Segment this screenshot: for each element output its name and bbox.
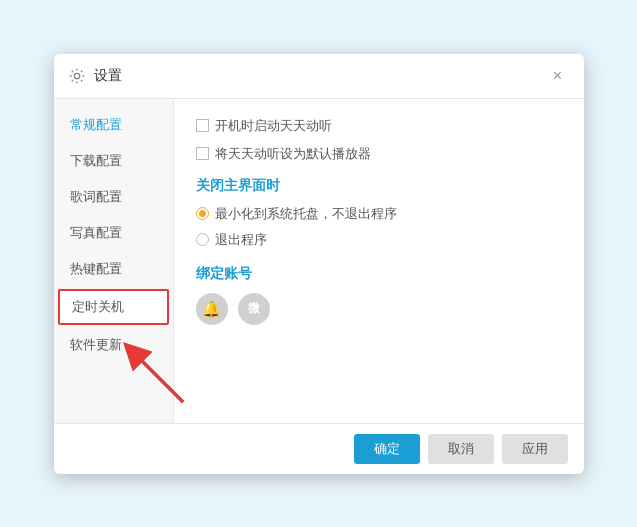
bind-icons-row: 🔔 微 [196,293,562,325]
bind-section-title: 绑定账号 [196,265,562,283]
sidebar-item-update[interactable]: 软件更新 [54,327,173,363]
apply-button[interactable]: 应用 [502,434,568,464]
sidebar: 常规配置 下载配置 歌词配置 写真配置 热键配置 定时关机 软件更新 [54,99,174,423]
quit-radio[interactable] [196,233,209,246]
close-section-title: 关闭主界面时 [196,177,562,195]
dialog-content: 常规配置 下载配置 歌词配置 写真配置 热键配置 定时关机 软件更新 开机时启动… [54,99,584,423]
notification-icon-circle[interactable]: 🔔 [196,293,228,325]
title-bar: 设置 × [54,54,584,99]
dialog-title: 设置 [94,67,546,85]
quit-label: 退出程序 [215,231,267,249]
confirm-button[interactable]: 确定 [354,434,420,464]
quit-radio-row: 退出程序 [196,231,562,249]
sidebar-item-hotkey[interactable]: 热键配置 [54,251,173,287]
default-player-checkbox[interactable] [196,147,209,160]
minimize-radio[interactable] [196,207,209,220]
dialog-footer: 确定 取消 应用 [54,423,584,474]
sidebar-item-timer[interactable]: 定时关机 [58,289,169,325]
bell-icon: 🔔 [202,300,221,318]
sidebar-item-lyrics[interactable]: 歌词配置 [54,179,173,215]
sidebar-item-general[interactable]: 常规配置 [54,107,173,143]
settings-dialog: 设置 × 常规配置 下载配置 歌词配置 写真配置 热键配置 定时关机 软件更新 … [54,54,584,474]
autostart-row: 开机时启动天天动听 [196,117,562,135]
sidebar-item-download[interactable]: 下载配置 [54,143,173,179]
sidebar-item-copy[interactable]: 写真配置 [54,215,173,251]
settings-icon [68,67,86,85]
autostart-label: 开机时启动天天动听 [215,117,332,135]
default-player-row: 将天天动听设为默认播放器 [196,145,562,163]
autostart-checkbox[interactable] [196,119,209,132]
weibo-icon-circle[interactable]: 微 [238,293,270,325]
svg-point-0 [74,73,79,78]
minimize-radio-row: 最小化到系统托盘，不退出程序 [196,205,562,223]
main-panel: 开机时启动天天动听 将天天动听设为默认播放器 关闭主界面时 最小化到系统托盘，不… [174,99,584,423]
default-player-label: 将天天动听设为默认播放器 [215,145,371,163]
minimize-label: 最小化到系统托盘，不退出程序 [215,205,397,223]
cancel-button[interactable]: 取消 [428,434,494,464]
close-button[interactable]: × [546,64,570,88]
weibo-icon: 微 [248,300,260,317]
